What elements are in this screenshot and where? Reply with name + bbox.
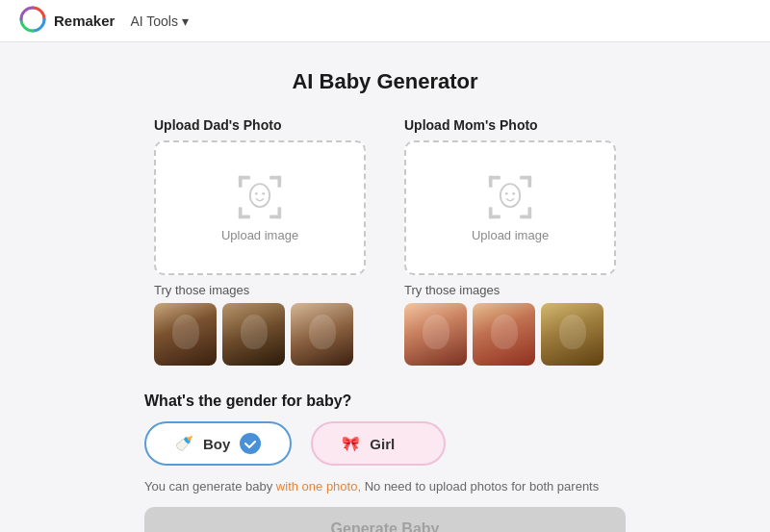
gender-section: What's the gender for baby? 🍼 Boy 🎀 Girl… [144, 393, 626, 532]
mom-sample-images [404, 303, 603, 366]
svg-point-22 [512, 191, 515, 194]
boy-emoji: 🍼 [175, 435, 193, 452]
svg-point-10 [255, 191, 258, 194]
dad-upload-col: Upload Dad's Photo [154, 117, 366, 366]
dad-sample-1[interactable] [154, 303, 217, 366]
hint-text-after: No need to upload photos for both parent… [361, 479, 599, 494]
mom-sample-1[interactable] [404, 303, 467, 366]
mom-sample-2[interactable] [473, 303, 535, 366]
mom-upload-label: Upload Mom's Photo [404, 117, 538, 133]
hint-text: You can generate baby with one photo, No… [144, 479, 626, 494]
dad-upload-text: Upload image [221, 228, 298, 242]
svg-rect-13 [489, 175, 493, 187]
svg-point-11 [262, 191, 265, 194]
svg-point-21 [505, 191, 508, 194]
mom-try-label: Try those images [404, 283, 500, 297]
header: Remaker AI Tools ▾ [0, 0, 770, 42]
boy-button[interactable]: 🍼 Boy [144, 421, 292, 466]
svg-point-20 [500, 184, 520, 207]
mom-upload-text: Upload image [472, 228, 549, 242]
svg-rect-6 [239, 207, 243, 218]
dad-sample-3[interactable] [291, 303, 353, 366]
dad-upload-icon [237, 174, 283, 220]
girl-button[interactable]: 🎀 Girl [311, 421, 446, 466]
dad-try-label: Try those images [154, 283, 249, 297]
svg-rect-4 [277, 175, 281, 187]
dad-sample-images [154, 303, 353, 366]
chevron-down-icon: ▾ [182, 13, 189, 29]
gender-options: 🍼 Boy 🎀 Girl [144, 421, 626, 466]
mom-upload-icon [487, 174, 533, 220]
svg-rect-15 [527, 175, 531, 187]
ai-tools-label: AI Tools [130, 13, 178, 29]
mom-sample-3[interactable] [541, 303, 603, 366]
mom-upload-box[interactable]: Upload image [404, 140, 616, 275]
girl-emoji: 🎀 [342, 435, 360, 452]
boy-selected-check [240, 433, 261, 454]
girl-label: Girl [370, 436, 395, 452]
svg-point-9 [250, 184, 270, 207]
dad-upload-label: Upload Dad's Photo [154, 117, 281, 133]
dad-sample-2[interactable] [222, 303, 285, 366]
mom-upload-col: Upload Mom's Photo [404, 117, 616, 366]
hint-link[interactable]: with one photo, [276, 479, 361, 494]
svg-rect-2 [239, 175, 243, 187]
svg-rect-8 [277, 207, 281, 218]
hint-text-before: You can generate baby [144, 479, 276, 494]
page-title: AI Baby Generator [292, 69, 477, 94]
svg-rect-19 [527, 207, 531, 218]
brand-name: Remaker [54, 13, 115, 29]
svg-rect-17 [489, 207, 493, 218]
upload-row: Upload Dad's Photo [154, 117, 616, 366]
generate-baby-button[interactable]: Generate Baby [144, 507, 626, 532]
logo-icon [19, 6, 46, 37]
dad-upload-box[interactable]: Upload image [154, 140, 366, 275]
main-content: AI Baby Generator Upload Dad's Photo [0, 42, 770, 532]
ai-tools-button[interactable]: AI Tools ▾ [122, 10, 196, 33]
boy-label: Boy [203, 436, 230, 452]
gender-question: What's the gender for baby? [144, 393, 626, 410]
